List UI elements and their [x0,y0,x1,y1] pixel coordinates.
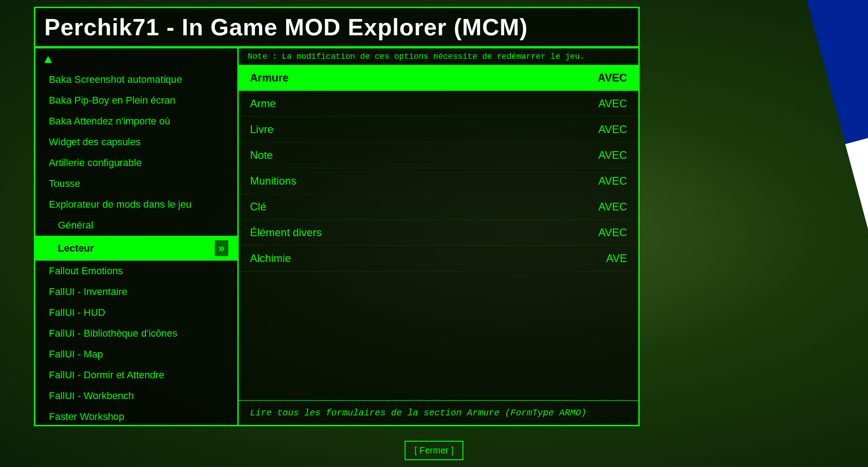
row-label: Note [250,149,273,162]
row-label: Arme [250,97,276,110]
panel-row-element-divers[interactable]: Élément diversAVEC [239,220,638,246]
sidebar-item-fallui-biblio[interactable]: FallUI - Bibliothèque d'icônes [35,323,237,344]
sidebar-item-explorateur[interactable]: Explorateur de mods dans le jeu [35,194,237,215]
bottom-controls: [ Fermer ] [0,441,868,460]
sidebar-item-faster-workshop[interactable]: Faster Workshop [35,406,237,425]
row-label: Armure [250,71,288,84]
sidebar-item-fallui-dormir[interactable]: FallUI - Dormir et Attendre [35,365,237,386]
sidebar-item-lecteur[interactable]: Lecteur» [35,236,237,261]
sidebar-item-general[interactable]: Général [35,215,237,236]
sidebar-item-fallui-hud[interactable]: FallUI - HUD [35,302,237,323]
row-value: AVEC [598,175,627,187]
row-label: Livre [250,123,274,136]
row-label: Munitions [250,175,297,187]
panel-rows-container[interactable]: ArmureAVECArmeAVECLivreAVECNoteAVECMunit… [239,65,638,400]
panel-footer: Lire tous les formulaires de la section … [239,400,638,425]
row-value: AVE [606,252,627,265]
ribbon-stripes [791,0,868,467]
sidebar-item-tousse[interactable]: Tousse [35,173,237,194]
panel-row-cle[interactable]: CléAVEC [239,194,638,220]
main-ui-frame: Perchik71 - In Game MOD Explorer (MCM) ▲… [34,7,640,426]
active-chevron-icon: » [215,240,228,256]
row-value: AVEC [598,123,627,136]
panel-row-munitions[interactable]: MunitionsAVEC [239,168,638,194]
sidebar-item-widget-capsules[interactable]: Widget des capsules [35,132,237,152]
row-value: AVEC [598,149,627,162]
scroll-up-arrow[interactable]: ▲ [35,51,237,69]
sidebar[interactable]: ▲ Baka Screenshot automatiqueBaka Pip-Bo… [35,48,239,425]
sidebar-item-baka-pipboy[interactable]: Baka Pip-Boy en Plein écran [35,90,237,111]
ribbon-white [845,114,868,348]
ribbon-blue [791,0,868,144]
row-label: Élément divers [250,226,322,239]
panel-note: Note : La modification de ces options né… [239,48,638,65]
row-value: AVEC [598,226,627,239]
panel-row-alchimie[interactable]: AlchimieAVE [239,246,638,272]
panel-row-note[interactable]: NoteAVEC [239,143,638,168]
panel-rows: ArmureAVECArmeAVECLivreAVECNoteAVECMunit… [239,65,638,272]
row-value: AVEC [598,200,627,213]
sidebar-item-fallout-emotions[interactable]: Fallout Emotions [35,261,237,281]
panel-row-arme[interactable]: ArmeAVEC [239,91,638,117]
row-value: AVEC [598,97,627,110]
main-content: ▲ Baka Screenshot automatiqueBaka Pip-Bo… [35,48,638,425]
french-flag-ribbon [723,0,868,467]
close-button[interactable]: [ Fermer ] [405,441,464,460]
row-value: AVEC [598,71,627,84]
title-bar: Perchik71 - In Game MOD Explorer (MCM) [35,8,638,48]
panel-row-livre[interactable]: LivreAVEC [239,117,638,143]
sidebar-item-fallui-inventaire[interactable]: FallUI - Inventaire [35,281,237,302]
row-label: Clé [250,200,266,213]
sidebar-item-artillerie[interactable]: Artillerie configurable [35,152,237,173]
sidebar-item-baka-screenshot[interactable]: Baka Screenshot automatique [35,69,237,90]
sidebar-item-label: Lecteur [58,243,94,254]
right-panel: Note : La modification de ces options né… [239,48,638,425]
sidebar-item-baka-attendez[interactable]: Baka Attendez n'importe où [35,111,237,132]
panel-row-armure[interactable]: ArmureAVEC [239,65,638,91]
sidebar-item-fallui-workbench[interactable]: FallUI - Workbench [35,386,237,406]
row-label: Alchimie [250,252,291,265]
sidebar-item-fallui-map[interactable]: FallUI - Map [35,344,237,365]
sidebar-items-container: Baka Screenshot automatiqueBaka Pip-Boy … [35,69,237,425]
window-title: Perchik71 - In Game MOD Explorer (MCM) [44,14,528,41]
